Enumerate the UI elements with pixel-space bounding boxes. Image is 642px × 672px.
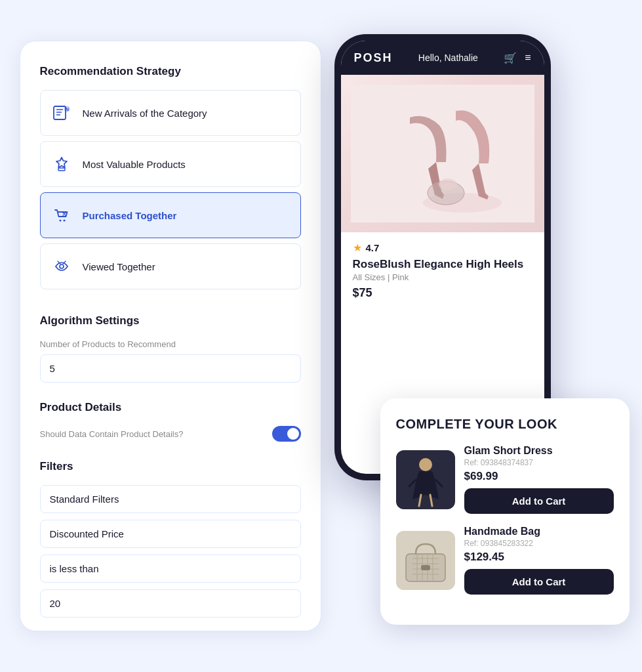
phone-product-image — [341, 75, 544, 232]
algorithm-settings-title: Algorithm Settings — [40, 314, 301, 327]
cyl-item-ref-glam-dress: Ref: 093848374837 — [464, 458, 614, 467]
svg-rect-6 — [58, 168, 65, 171]
product-details-toggle[interactable] — [272, 426, 301, 442]
svg-point-9 — [60, 264, 64, 268]
cart-icon[interactable]: 🛒 — [504, 52, 517, 64]
svg-point-8 — [63, 220, 65, 222]
viewed-together-icon — [50, 255, 73, 278]
cyl-item-price-handmade-bag: $129.45 — [464, 551, 614, 564]
phone-logo: POSH — [354, 51, 393, 65]
most-valuable-icon — [50, 152, 73, 176]
strategy-item-most-valuable[interactable]: Most Valuable Products — [40, 141, 301, 187]
filter-is-less-than[interactable]: is less than — [40, 555, 301, 583]
strategy-label-most-valuable: Most Valuable Products — [83, 159, 186, 170]
menu-icon[interactable]: ≡ — [525, 52, 531, 64]
rating-value: 4.7 — [366, 242, 380, 253]
phone-greeting: Hello, Nathalie — [418, 52, 478, 63]
phone-product-info: ★ 4.7 RoseBlush Elegance High Heels All … — [341, 232, 544, 306]
star-icon: ★ — [353, 242, 362, 254]
filters-title: Filters — [40, 460, 301, 473]
cyl-item-image-handmade-bag — [396, 531, 455, 590]
add-to-cart-button-glam-dress[interactable]: Add to Cart — [464, 488, 614, 514]
num-products-input[interactable] — [40, 354, 301, 383]
strategy-item-viewed-together[interactable]: Viewed Together — [40, 243, 301, 289]
strategy-label-new-arrivals: New Arrivals of the Category — [83, 108, 207, 119]
cyl-item-handmade-bag: Handmade Bag Ref: 093845283322 $129.45 A… — [396, 526, 614, 595]
filter-discounted-price[interactable]: Discounted Price — [40, 520, 301, 548]
svg-point-13 — [439, 178, 457, 190]
cyl-item-name-handmade-bag: Handmade Bag — [464, 526, 614, 537]
purchased-together-icon — [50, 203, 73, 227]
cyl-item-image-glam-dress — [396, 450, 455, 509]
strategy-label-viewed-together: Viewed Together — [83, 261, 155, 272]
svg-point-7 — [59, 220, 61, 222]
cyl-item-info-handmade-bag: Handmade Bag Ref: 093845283322 $129.45 A… — [464, 526, 614, 595]
strategy-item-new-arrivals[interactable]: N New Arrivals of the Category — [40, 90, 301, 136]
complete-your-look-card: COMPLETE YOUR LOOK Glam Short Dress — [380, 398, 630, 625]
cyl-item-info-glam-dress: Glam Short Dress Ref: 093848374837 $69.9… — [464, 445, 614, 514]
product-variant: All Sizes | Pink — [353, 272, 532, 282]
rating-row: ★ 4.7 — [353, 242, 532, 254]
new-arrivals-icon: N — [50, 101, 73, 125]
phone-notch — [403, 34, 482, 52]
cyl-item-glam-dress: Glam Short Dress Ref: 093848374837 $69.9… — [396, 445, 614, 514]
svg-rect-26 — [421, 565, 430, 570]
filter-standard[interactable]: Standard Filters — [40, 485, 301, 513]
recommendation-strategy-title: Recommendation Strategy — [40, 65, 301, 78]
svg-point-15 — [419, 458, 432, 471]
right-side: POSH Hello, Nathalie 🛒 ≡ — [315, 21, 630, 651]
svg-text:N: N — [66, 107, 69, 112]
filter-value-20[interactable]: 20 — [40, 589, 301, 618]
cyl-item-price-glam-dress: $69.99 — [464, 470, 614, 483]
strategy-label-purchased-together: Purchased Together — [83, 210, 177, 221]
cyl-item-name-glam-dress: Glam Short Dress — [464, 445, 614, 457]
product-price: $75 — [353, 286, 532, 300]
product-details-title: Product Details — [40, 401, 301, 414]
add-to-cart-button-handmade-bag[interactable]: Add to Cart — [464, 569, 614, 595]
strategy-list: N New Arrivals of the Category Most Valu… — [40, 90, 301, 295]
strategy-item-purchased-together[interactable]: Purchased Together — [40, 192, 301, 238]
left-panel: Recommendation Strategy N New Arriva — [20, 41, 321, 631]
phone-action-icons: 🛒 ≡ — [504, 52, 531, 64]
product-details-label: Should Data Contain Product Details? — [40, 429, 184, 439]
cyl-title: COMPLETE YOUR LOOK — [396, 417, 614, 432]
num-products-label: Number of Products to Recommend — [40, 339, 301, 349]
svg-rect-0 — [54, 106, 66, 119]
cyl-item-ref-handmade-bag: Ref: 093845283322 — [464, 539, 614, 548]
product-name: RoseBlush Elegance High Heels — [353, 258, 532, 271]
